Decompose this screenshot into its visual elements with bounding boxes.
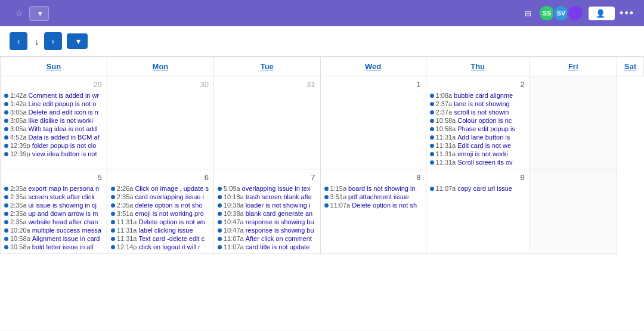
event-dot-icon [111,212,115,216]
next-month-button[interactable]: › [44,32,62,50]
day-number: 2 [429,79,527,91]
event-title: card title is not update [246,243,310,250]
event-title: emoji is not working pro [135,210,204,217]
calendar-event[interactable]: 10:18atrash screen blank afte [216,193,318,201]
calendar-event[interactable]: 11:07acard title is not update [216,243,318,251]
star-icon[interactable]: ☆ [16,8,23,18]
calendar-event[interactable]: 11:31aDelete option is not wo [110,218,211,226]
calendar-event[interactable]: 4:52aData is added in BCM af [3,133,104,141]
weekday-header-tue[interactable]: Tue [213,57,320,76]
calendar-event[interactable]: 3:05aDelete and edit icon is n [3,108,104,116]
calendar-event[interactable]: 1:42aComment is added in wr [3,91,104,100]
event-time: 11:07a [436,185,456,192]
calendar-event[interactable]: 10:58aColour option is nc [429,116,527,125]
event-title: loader is not showing i [246,202,311,209]
event-dot-icon [4,144,8,148]
weekday-header-wed[interactable]: Wed [320,57,426,76]
calendar-event[interactable]: 2:26aClick on image , update s [110,184,211,193]
event-time: 11:07a [224,243,244,250]
event-title: Comment is added in wr [29,92,100,99]
calendar-event[interactable]: 10:47aresponse is showing bu [216,218,318,226]
calendar-event[interactable]: 1:15aboard is not showing in [323,184,423,193]
event-dot-icon [4,110,8,115]
calendar-cell: 62:26aClick on image , update s2:35acard… [107,169,213,254]
calendar-event[interactable]: 2:37alane is not showing [429,100,527,108]
event-dot-icon [430,152,434,156]
event-dot-icon [4,135,8,140]
event-dot-icon [430,102,434,106]
calendar-event[interactable]: 3:51aemoji is not working pro [110,209,211,218]
calendar-event[interactable]: 3:05alike dislike is not worki [3,116,104,125]
calendar-event[interactable]: 11:31aEdit card is not we [429,141,527,150]
event-title: blank card generate an [246,210,313,217]
weekday-header-sun[interactable]: Sun [1,57,107,76]
weekday-header-thu[interactable]: Thu [426,57,530,76]
event-time: 10:58a [436,125,456,132]
calendar-event[interactable]: 5:09aoverlapping issue in tex [216,184,318,193]
calendar-event[interactable]: 10:58aAlignment issue in card [3,234,104,243]
calendar-event[interactable]: 12:14pclick on logout it will r [110,243,211,251]
calendar-event[interactable]: 2:35ascreen stuck after click [3,193,104,201]
filter-button[interactable]: ⊟ [525,9,534,18]
calendar-event[interactable]: 10:38ablank card generate an [216,209,318,218]
event-time: 11:31a [436,134,456,141]
calendar-event[interactable]: 2:37ascroll is not showin [429,108,527,116]
calendar-event[interactable]: 10:58abold letter issue in all [3,243,104,251]
calendar-event[interactable]: 2:35aexport map in persona n [3,184,104,193]
share-button[interactable]: 👤 [589,7,615,20]
calendar-event[interactable]: 11:07aAfter click on comment [216,234,318,243]
calendar-event[interactable]: 3:51apdf attachment issue [323,193,423,201]
calendar-cell: 75:09aoverlapping issue in tex10:18atras… [213,169,320,254]
calendar-event[interactable]: 10:38aloader is not showing i [216,201,318,209]
calendar-row-0: 291:42aComment is added in wr1:42aLine e… [1,76,644,169]
calendar-event[interactable]: 1:08abubble card alignme [429,91,527,100]
event-title: Delete option is not sh [352,202,417,209]
month-year-label[interactable]: ↓ [32,36,39,47]
event-time: 2:26a [117,185,134,192]
weekday-header-fri[interactable]: Fri [530,57,617,76]
calendar-event[interactable]: 12:39pfolder popup is not clo [3,141,104,150]
calendar-event[interactable]: 2:35acard overlapping issue i [110,193,211,201]
event-title: emoji is not worki [457,150,507,157]
calendar-event[interactable]: 11:31aScroll screen its ov [429,158,527,166]
month-view-button[interactable]: ▾ [67,33,88,49]
calendar-event[interactable]: 3:05aWith tag idea is not add [3,125,104,133]
event-dot-icon [4,228,8,233]
event-dot-icon [324,203,329,208]
calendar-event[interactable]: 12:39pview idea button is not [3,150,104,158]
event-dot-icon [218,237,222,241]
calendar-event[interactable]: 2:35aup and down arrow is m [3,209,104,218]
more-options-button[interactable]: ••• [620,7,634,20]
calendar-event[interactable]: 2:35awebsite head after chan [3,218,104,226]
calendar-event[interactable]: 10:58aPhase edit popup is [429,125,527,133]
calendar-grid: SunMonTueWedThuFriSat 291:42aComment is … [0,57,644,254]
calendar-event[interactable]: 10:47aresponse is showing bu [216,226,318,234]
calendar-event[interactable]: 11:31alabel clicking issue [110,226,211,234]
event-dot-icon [4,245,8,249]
calendar-event[interactable]: 11:31aAdd lane button is [429,133,527,141]
event-time: 11:31a [117,235,137,242]
prev-month-button[interactable]: ‹ [10,32,27,50]
calendar-event[interactable]: 11:31aText card -delete edit c [110,234,211,243]
calendar-header-row: SunMonTueWedThuFriSat [1,57,644,76]
event-title: Line edit popup is not o [29,100,97,107]
avatar-plus[interactable] [567,5,584,21]
day-number [532,172,614,175]
weekday-header-mon[interactable]: Mon [107,57,213,76]
weekday-header-sat[interactable]: Sat [617,57,643,76]
sort-down-icon: ↓ [35,36,39,47]
event-time: 10:38a [224,202,244,209]
event-title: Text card -delete edit c [139,235,205,242]
calendar-event[interactable]: 11:31aemoji is not worki [429,150,527,158]
event-title: board is not showing in [348,185,416,192]
calendar-event[interactable]: 2:35aui issue is showing in cj [3,201,104,209]
calendar-event[interactable]: 2:35adelete option is not sho [110,201,211,209]
calendar-cell [530,76,617,169]
calendar-event[interactable]: 1:42aLine edit popup is not o [3,100,104,108]
calendar-event[interactable]: 11:07acopy card url issue [429,184,527,193]
event-dot-icon [111,203,115,208]
calendar-event[interactable]: 10:20amultiple success messa [3,226,104,234]
calender-dropdown-button[interactable]: ▾ [29,6,49,21]
calendar-event[interactable]: 11:07aDelete option is not sh [323,201,423,209]
event-dot-icon [111,237,115,241]
